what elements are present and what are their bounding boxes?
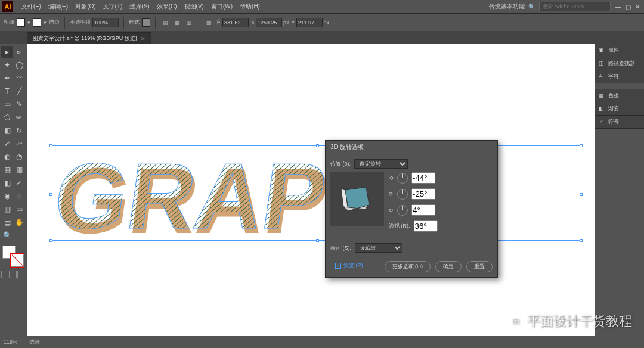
style-label: 样式 [129, 18, 140, 26]
status-bar: 119% 选择 [0, 336, 644, 348]
menu-window[interactable]: 窗口(W) [208, 2, 236, 11]
document-tab[interactable]: 图案文字设计.ai* @ 119% (RGB/GPU 预览) ✕ [27, 32, 151, 44]
curvature-tool[interactable]: 〰 [13, 72, 25, 84]
close-icon[interactable]: ✕ [633, 2, 642, 11]
toolbox: ▸ ▹ ✦ ◯ ✒ 〰 T ╱ ▭ ✎ ⬠ ✏ ◧ ↻ ⤢ ▱ ◐ ◔ ▦ ▩ … [0, 44, 27, 336]
maximize-icon[interactable]: ▢ [624, 2, 632, 11]
screen-mode-buttons[interactable] [1, 271, 25, 278]
rot-x-dial[interactable] [397, 173, 408, 184]
selection-tool[interactable]: ▸ [1, 46, 13, 58]
symbol-sprayer-tool[interactable]: ☼ [13, 190, 25, 202]
transform-icon[interactable]: ▩ [204, 18, 213, 27]
more-options-button[interactable]: 更多选项 (O) [385, 261, 431, 272]
menu-view[interactable]: 视图(V) [181, 2, 208, 11]
tab-close-icon[interactable]: ✕ [141, 36, 145, 42]
zoom-tool[interactable]: 🔍 [1, 229, 13, 241]
menu-file[interactable]: 文件(F) [18, 2, 45, 11]
column-graph-tool[interactable]: ▥ [1, 203, 13, 215]
y-input[interactable] [296, 18, 323, 27]
align-left-icon[interactable]: ▤ [160, 18, 170, 27]
eraser-tool[interactable]: ◧ [1, 125, 13, 136]
gradient-tool[interactable]: ◧ [1, 177, 13, 189]
color-swap[interactable] [1, 244, 25, 268]
y-label: Y [292, 20, 295, 26]
workspace-label[interactable]: 传统基本功能 [489, 2, 525, 11]
menu-object[interactable]: 对象(O) [72, 2, 99, 11]
free-transform-tool[interactable]: ◐ [1, 151, 13, 163]
ok-button[interactable]: 确定 [435, 261, 462, 272]
cube-preview[interactable] [330, 172, 384, 226]
perspective-input[interactable] [414, 220, 438, 232]
magic-wand-tool[interactable]: ✦ [1, 59, 13, 71]
search-icon: 🔍 [528, 4, 535, 10]
stroke-swatch[interactable] [33, 18, 41, 27]
preview-checkbox[interactable]: ✓ 预览 (P) [330, 262, 368, 272]
menu-type[interactable]: 文字(T) [100, 2, 126, 11]
fill-swatch[interactable] [17, 18, 25, 27]
position-label: 位置 (0): [330, 160, 351, 168]
rot-y-dial[interactable] [397, 189, 408, 200]
align-right-icon[interactable]: ▥ [184, 18, 194, 27]
position-select[interactable]: 自定旋转 [354, 159, 408, 169]
type-tool[interactable]: T [1, 85, 13, 97]
eyedropper-tool[interactable]: ✓ [13, 177, 25, 189]
opacity-input[interactable] [92, 18, 119, 27]
pencil-tool[interactable]: ✏ [13, 111, 25, 123]
lasso-tool[interactable]: ◯ [13, 59, 25, 71]
panel-pathfinder[interactable]: ◫路径查找器 [595, 57, 644, 70]
x-label: X [251, 20, 255, 26]
panel-swatches[interactable]: ▦色板 [595, 89, 644, 102]
zoom-level[interactable]: 119% [4, 339, 17, 345]
check-icon: ✓ [335, 263, 341, 269]
hand-tool[interactable]: ✋ [13, 216, 25, 228]
chevron-down-icon[interactable]: ▾ [44, 20, 47, 26]
background-color[interactable] [11, 254, 24, 267]
canvas[interactable]: GRAP GRAP GRAPHIC [27, 44, 595, 336]
stroke-label: 描边 [49, 18, 60, 26]
menu-effect[interactable]: 效果(C) [153, 2, 181, 11]
direct-selection-tool[interactable]: ▹ [13, 46, 25, 58]
stock-search-input[interactable] [539, 2, 611, 11]
width-tool[interactable]: ▱ [13, 138, 25, 150]
scale-tool[interactable]: ⤢ [1, 138, 13, 150]
menu-help[interactable]: 帮助(H) [236, 2, 264, 11]
brush-tool[interactable]: ✎ [13, 98, 25, 110]
panel-properties[interactable]: ▣属性 [595, 44, 644, 57]
menu-edit[interactable]: 编辑(E) [45, 2, 72, 11]
style-swatch[interactable] [142, 18, 150, 27]
menu-select[interactable]: 选择(S) [126, 2, 153, 11]
shaper-tool[interactable]: ⬠ [1, 111, 13, 123]
slice-tool[interactable]: ▤ [1, 216, 13, 228]
perspective-grid-tool[interactable]: ▦ [1, 164, 13, 176]
panel-symbols[interactable]: ☼符号 [595, 116, 644, 129]
rot-y-input[interactable] [411, 188, 435, 200]
pen-tool[interactable]: ✒ [1, 72, 13, 84]
artwork-graphic-text: GRAP GRAP GRAPHIC [39, 145, 595, 265]
axis-icon: ↻ [389, 207, 394, 213]
shape-builder-tool[interactable]: ◔ [13, 151, 25, 163]
rot-z-input[interactable] [411, 204, 435, 216]
mesh-tool[interactable]: ▩ [13, 164, 25, 176]
rot-z-dial[interactable] [397, 205, 408, 216]
chevron-down-icon[interactable]: ▾ [27, 20, 30, 26]
menubar: Ai 文件(F) 编辑(E) 对象(O) 文字(T) 选择(S) 效果(C) 视… [0, 0, 644, 13]
swatches-icon: ▦ [599, 92, 606, 100]
panel-gradient[interactable]: ◧渐变 [595, 102, 644, 116]
character-icon: A [599, 73, 606, 80]
control-bar: 粗细 ▾ ▾ 描边 不透明度 样式 ▤ ▦ ▥ ▩ 宽 X px Y px [0, 13, 644, 31]
rectangle-tool[interactable]: ▭ [1, 98, 13, 110]
artboard-tool[interactable]: ▭ [13, 203, 25, 215]
width-input[interactable] [222, 18, 249, 27]
blend-tool[interactable]: ◉ [1, 190, 13, 202]
perspective-label: 透视 (R): [389, 222, 410, 230]
axis-icon: ⟳ [389, 191, 394, 197]
reset-button[interactable]: 重置 [466, 261, 493, 272]
rotate-tool[interactable]: ↻ [13, 125, 25, 136]
minimize-icon[interactable]: — [614, 2, 623, 11]
line-tool[interactable]: ╱ [13, 85, 25, 97]
panel-character[interactable]: A字符 [595, 70, 644, 83]
align-center-icon[interactable]: ▦ [172, 18, 182, 27]
rot-x-input[interactable] [411, 172, 435, 184]
surface-select[interactable]: 无底纹 [355, 243, 402, 253]
x-input[interactable] [256, 18, 282, 27]
